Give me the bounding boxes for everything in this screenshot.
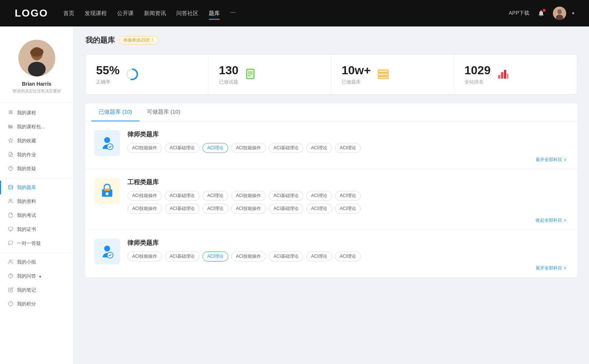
tag-1-1[interactable]: ACI基础理论 [165,143,200,153]
stat-accuracy-icon [126,68,139,81]
page-header: 我的题库 体验剩余23天！ [85,35,577,45]
stat-ranking-value: 1029 [465,63,491,77]
sidebar-item-questions[interactable]: 我的问答 ● [0,269,73,283]
course-pkg-icon [7,124,14,130]
sidebar-item-points[interactable]: 我的积分 [0,297,73,311]
ring-chart-icon [126,68,139,81]
svg-rect-45 [498,75,500,79]
tag-1-2[interactable]: ACI理论 [202,143,228,153]
tag-2-0[interactable]: ACI技能操作 [127,191,162,201]
favorites-icon [7,138,14,144]
lawyer-icon-2 [98,243,116,260]
sidebar-item-profile-data[interactable]: 我的资料 [0,195,73,208]
exams-icon [7,213,14,219]
nav-link-discover[interactable]: 发现课程 [85,8,107,18]
tab-done-banks[interactable]: 已做题库 (10) [91,103,140,121]
nav-link-qbank[interactable]: 题库 [209,8,220,18]
user-avatar[interactable] [553,7,566,20]
stat-done-banks-label: 已做题库 [342,79,371,85]
profile-avatar[interactable] [18,40,55,76]
tag-2-6[interactable]: ACI理论 [335,191,361,201]
expand-btn-1[interactable]: 展开全部科目 ∨ [127,157,568,163]
sidebar: Brian Harris 错误的决定比没有决定要好 我的课程 我的课程包... [0,26,74,364]
tag-3-2[interactable]: ACI理论 [202,251,228,261]
tag-2-1[interactable]: ACI基础理论 [165,191,200,201]
svg-point-26 [9,260,11,261]
tag-2-3[interactable]: ACI技能操作 [231,191,266,201]
tag-1-0[interactable]: ACI技能操作 [127,143,162,153]
nav-link-home[interactable]: 首页 [63,8,74,18]
stat-done-questions-info: 130 已做试题 [219,63,239,85]
qbank-body-1: 律师类题库 ACI技能操作 ACI基础理论 ACI理论 ACI技能操作 ACI基… [127,130,568,163]
nav-link-qa[interactable]: 问答社区 [176,8,198,18]
sidebar-item-notes[interactable]: 我的笔记 [0,283,73,297]
profile-name: Brian Harris [22,81,51,87]
groups-label: 我的小组 [17,259,36,265]
nav-more-dots[interactable]: ··· [230,8,236,18]
qbank-section-engineer: 工程类题库 ACI技能操作 ACI基础理论 ACI理论 ACI技能操作 ACI基… [85,169,577,229]
svg-rect-43 [378,76,388,79]
tags-row-1: ACI技能操作 ACI基础理论 ACI理论 ACI技能操作 ACI基础理论 AC… [127,143,568,153]
tag-3-4[interactable]: ACI基础理论 [269,251,303,261]
sidebar-item-exams[interactable]: 我的考试 [0,208,73,222]
stat-done-banks-info: 10w+ 已做题库 [342,63,371,85]
tag-2b-5[interactable]: ACI理论 [306,204,332,214]
sidebar-item-groups[interactable]: 我的小组 [0,255,73,269]
tag-2b-0[interactable]: ACI技能操作 [127,204,162,214]
tag-1-6[interactable]: ACI理论 [335,143,361,153]
profile-motto: 错误的决定比没有决定要好 [13,88,61,94]
svg-point-1 [557,9,562,14]
qbank-icon-lawyer-1 [94,130,120,156]
qbank-label: 我的题库 [17,184,36,191]
certificate-label: 我的证书 [17,226,36,233]
qbank-body-2: 工程类题库 ACI技能操作 ACI基础理论 ACI理论 ACI技能操作 ACI基… [127,178,568,224]
sidebar-item-courses[interactable]: 我的课程 [0,106,73,120]
tag-2-4[interactable]: ACI基础理论 [269,191,303,201]
tag-3-6[interactable]: ACI理论 [335,251,361,261]
tags-row-2b: ACI技能操作 ACI基础理论 ACI理论 ACI技能操作 ACI基础理论 AC… [127,204,568,214]
tag-2b-4[interactable]: ACI基础理论 [269,204,303,214]
sidebar-item-one-on-one[interactable]: 一对一答疑 [0,236,73,250]
user-menu-chevron[interactable]: ▾ [572,11,574,16]
tab-available-banks[interactable]: 可做题库 (10) [140,103,188,121]
stat-accuracy-label: 正确率 [96,79,120,85]
notification-bell[interactable] [535,7,547,19]
sidebar-item-qa[interactable]: 我的答疑 [0,162,73,176]
tag-2b-1[interactable]: ACI基础理论 [165,204,200,214]
tag-2-5[interactable]: ACI理论 [306,191,332,201]
stat-ranking-label: 全站排名 [465,79,491,85]
tag-1-4[interactable]: ACI基础理论 [269,143,303,153]
notes-label: 我的笔记 [17,287,36,293]
favorites-label: 我的收藏 [17,138,36,144]
tag-1-3[interactable]: ACI技能操作 [231,143,266,153]
tag-3-3[interactable]: ACI技能操作 [231,251,266,261]
groups-icon [7,259,14,265]
qbank-name-2: 工程类题库 [127,178,568,186]
sidebar-item-certificate[interactable]: 我的证书 [0,222,73,236]
svg-point-22 [9,199,11,201]
divider-1 [0,178,73,178]
nav-link-news[interactable]: 新闻资讯 [144,8,166,18]
tag-2b-3[interactable]: ACI技能操作 [231,204,266,214]
nav-link-open[interactable]: 公开课 [117,8,134,18]
chart-icon [497,69,509,79]
main-layout: Brian Harris 错误的决定比没有决定要好 我的课程 我的课程包... [0,26,589,364]
svg-rect-48 [507,74,508,79]
tag-2b-2[interactable]: ACI理论 [202,204,228,214]
tag-2-2[interactable]: ACI理论 [202,191,228,201]
one-on-one-label: 一对一答疑 [17,240,41,247]
sidebar-item-homework[interactable]: 我的作业 [0,148,73,162]
tag-3-0[interactable]: ACI技能操作 [127,251,162,261]
tag-3-1[interactable]: ACI基础理论 [165,251,200,261]
tag-2b-6[interactable]: ACI理论 [335,204,361,214]
tag-1-5[interactable]: ACI理论 [306,143,332,153]
sidebar-item-course-pkg[interactable]: 我的课程包... [0,120,73,134]
app-download-button[interactable]: APP下载 [509,10,529,17]
sidebar-item-qbank[interactable]: 我的题库 [0,181,73,195]
collapse-btn-2[interactable]: 收起全部科目 ∧ [127,217,568,224]
sidebar-item-favorites[interactable]: 我的收藏 [0,134,73,148]
expand-btn-3[interactable]: 展开全部科目 ∨ [127,265,568,271]
tag-3-5[interactable]: ACI理论 [306,251,332,261]
stat-done-questions-icon [244,68,258,81]
points-label: 我的积分 [17,301,36,307]
